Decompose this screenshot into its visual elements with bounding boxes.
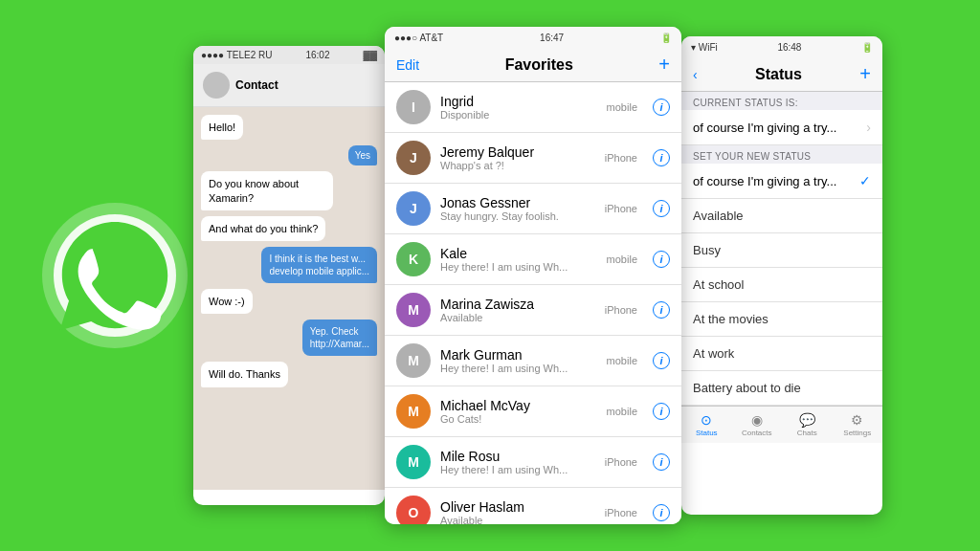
contact-type: mobile (607, 355, 637, 366)
tab3-chats-label: Chats (797, 429, 817, 437)
contact-info: Marina ZawiszaAvailable (440, 297, 595, 323)
info-icon[interactable]: i (653, 251, 670, 268)
add-favorite-button[interactable]: + (658, 54, 670, 76)
contact-item[interactable]: MMark GurmanHey there! I am using Wh...m… (385, 336, 681, 386)
new-status-item[interactable]: of course I'm giving a try... ✓ (681, 164, 882, 199)
contact-item[interactable]: KKaleHey there! I am using Wh...mobilei (385, 234, 681, 285)
info-icon[interactable]: i (653, 149, 670, 166)
info-icon[interactable]: i (653, 504, 670, 521)
info-icon[interactable]: i (653, 352, 670, 369)
tab3-chats[interactable]: 💬 Chats (782, 410, 833, 439)
phone3-tab-bar: ⊙ Status ◉ Contacts 💬 Chats ⚙ Settings (681, 406, 882, 443)
contact-type: mobile (607, 101, 637, 113)
new-status-label: SET YOUR NEW STATUS (681, 145, 882, 164)
status-title: Status (755, 66, 802, 83)
avatar: M (396, 293, 431, 327)
contact-status: Whapp's at ?! (440, 160, 595, 171)
phone1-carrier: ●●●● TELE2 RU (201, 50, 273, 60)
phone1-signal: ▓▓ (363, 50, 377, 60)
contact-item[interactable]: JJonas GessnerStay hungry. Stay foolish.… (385, 184, 681, 234)
contact-status: Available (440, 312, 595, 323)
avatar: M (396, 394, 431, 429)
info-icon[interactable]: i (653, 99, 670, 116)
avatar: J (396, 141, 431, 175)
info-icon[interactable]: i (653, 403, 670, 420)
contact-name: Oliver Haslam (440, 499, 595, 515)
contact-status: Hey there! I am using Wh... (440, 464, 595, 475)
contact-info: IngridDisponible (440, 94, 597, 121)
info-icon[interactable]: i (653, 301, 670, 319)
status-option-busy[interactable]: Busy (681, 233, 882, 268)
contact-info: Mile RosuHey there! I am using Wh... (440, 449, 595, 475)
contact-name: Mile Rosu (440, 449, 595, 464)
contact-item[interactable]: MMile RosuHey there! I am using Wh...iPh… (385, 437, 681, 488)
tab3-settings[interactable]: ⚙ Settings (833, 410, 883, 439)
status-options-list: Available Busy At school At the movies A… (681, 199, 882, 406)
tab3-contacts[interactable]: ◉ Contacts (732, 410, 783, 439)
contact-name: Michael McVay (440, 398, 597, 413)
contact-name: Jonas Gessner (440, 195, 595, 210)
avatar: O (396, 496, 431, 524)
phone1-header: Contact (193, 64, 385, 107)
message-1: Hello! (201, 115, 243, 140)
status-option-work[interactable]: At work (681, 337, 882, 371)
tab3-chats-icon: 💬 (799, 412, 815, 428)
contact-type: iPhone (605, 304, 637, 316)
message-6: Wow :-) (201, 289, 253, 314)
tab3-status-label: Status (696, 429, 718, 437)
info-icon[interactable]: i (653, 453, 670, 471)
contact-item[interactable]: IIngridDisponiblemobilei (385, 82, 681, 133)
message-4: And what do you think? (201, 216, 325, 241)
avatar: M (396, 445, 431, 479)
back-button[interactable]: ‹ (693, 67, 698, 82)
edit-button[interactable]: Edit (396, 57, 419, 73)
phone3-nav-bar: ‹ Status + (681, 57, 882, 92)
contact-status: Stay hungry. Stay foolish. (440, 210, 595, 222)
avatar: K (396, 242, 431, 276)
status-option-battery[interactable]: Battery about to die (681, 371, 882, 406)
contact-item[interactable]: MMarina ZawiszaAvailableiPhonei (385, 285, 681, 336)
phone-status: ▾ WiFi 16:48 🔋 ‹ Status + CURRENT STATUS… (681, 36, 882, 515)
current-status-arrow: › (866, 120, 871, 135)
contact-item[interactable]: JJeremy BalquerWhapp's at ?!iPhonei (385, 133, 681, 184)
contact-info: Jonas GessnerStay hungry. Stay foolish. (440, 195, 595, 222)
contact-info: Oliver HaslamAvailable (440, 499, 595, 524)
tab3-status[interactable]: ⊙ Status (681, 410, 732, 439)
phone2-battery: 🔋 (660, 33, 672, 43)
phone-favorites: ●●●○ AT&T 16:47 🔋 Edit Favorites + IIngr… (385, 27, 681, 524)
contact-type: iPhone (605, 507, 637, 518)
phone2-carrier: ●●●○ AT&T (394, 33, 443, 43)
contact-type: iPhone (605, 152, 637, 164)
contact-status: Hey there! I am using Wh... (440, 261, 597, 273)
avatar: I (396, 90, 431, 124)
status-option-available[interactable]: Available (681, 199, 882, 233)
phone3-battery: 🔋 (861, 42, 873, 53)
phone3-wifi: ▾ WiFi (691, 42, 718, 53)
contact-status: Go Cats! (440, 413, 597, 425)
contact-info: KaleHey there! I am using Wh... (440, 246, 597, 273)
contact-name: Marina Zawisza (440, 297, 595, 312)
add-status-button[interactable]: + (859, 63, 871, 85)
avatar: J (396, 191, 431, 226)
contact-info: Mark GurmanHey there! I am using Wh... (440, 347, 597, 374)
phone1-status-bar: ●●●● TELE2 RU 16:02 ▓▓ (193, 46, 385, 64)
message-2: Yes (348, 145, 377, 165)
contact-item[interactable]: OOliver HaslamAvailableiPhonei (385, 488, 681, 524)
chat-contact-name: Contact (235, 78, 278, 92)
contact-name: Jeremy Balquer (440, 144, 595, 160)
phone3-status-bar: ▾ WiFi 16:48 🔋 (681, 36, 882, 57)
message-3: Do you know about Xamarin? (201, 171, 333, 210)
tab3-settings-icon: ⚙ (851, 412, 863, 428)
status-option-movies[interactable]: At the movies (681, 302, 882, 337)
tab3-settings-label: Settings (843, 429, 871, 437)
avatar: M (396, 343, 431, 378)
contact-status: Available (440, 515, 595, 524)
message-8: Will do. Thanks (201, 362, 288, 386)
contact-type: iPhone (605, 203, 637, 214)
contact-name: Ingrid (440, 94, 597, 109)
info-icon[interactable]: i (653, 200, 670, 217)
contact-item[interactable]: MMichael McVayGo Cats!mobilei (385, 386, 681, 437)
phones-container: ●●●● TELE2 RU 16:02 ▓▓ Contact Hello! Ye… (193, 27, 882, 524)
status-option-school[interactable]: At school (681, 268, 882, 302)
contact-type: mobile (607, 253, 637, 265)
